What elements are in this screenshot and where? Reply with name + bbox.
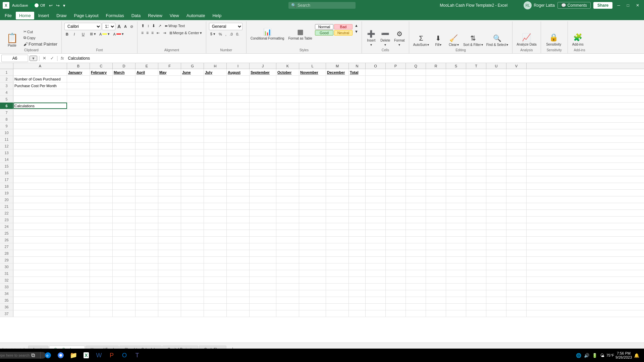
cell-g17[interactable] bbox=[181, 176, 204, 183]
col-header-k[interactable]: K bbox=[276, 63, 299, 69]
cell-v17[interactable] bbox=[506, 176, 527, 183]
cell-l32[interactable] bbox=[299, 277, 326, 283]
cell-g8[interactable] bbox=[181, 116, 204, 122]
cell-n1[interactable]: Total bbox=[349, 69, 366, 75]
cell-j19[interactable] bbox=[250, 190, 276, 196]
cell-p28[interactable] bbox=[386, 250, 406, 256]
cell-d24[interactable] bbox=[113, 223, 136, 230]
col-header-j[interactable]: J bbox=[250, 63, 276, 69]
cell-d7[interactable] bbox=[113, 109, 136, 116]
menu-insert[interactable]: Insert bbox=[35, 12, 53, 19]
cell-p10[interactable] bbox=[386, 129, 406, 136]
cell-s34[interactable] bbox=[446, 290, 466, 297]
cell-s13[interactable] bbox=[446, 149, 466, 156]
row-num-26[interactable]: 26 bbox=[0, 237, 13, 243]
cell-b12[interactable] bbox=[67, 143, 90, 149]
cell-s9[interactable] bbox=[446, 123, 466, 129]
cell-o24[interactable] bbox=[366, 223, 386, 230]
col-header-f[interactable]: F bbox=[158, 63, 181, 69]
cell-q26[interactable] bbox=[406, 237, 426, 243]
cell-l12[interactable] bbox=[299, 143, 326, 149]
cell-l16[interactable] bbox=[299, 170, 326, 176]
cell-h12[interactable] bbox=[204, 143, 227, 149]
cell-t33[interactable] bbox=[466, 284, 486, 290]
cell-q6[interactable] bbox=[406, 103, 426, 109]
cell-j25[interactable] bbox=[250, 230, 276, 236]
cell-h18[interactable] bbox=[204, 183, 227, 189]
cell-i32[interactable] bbox=[227, 277, 250, 283]
cell-d6[interactable] bbox=[113, 103, 136, 109]
cell-s8[interactable] bbox=[446, 116, 466, 122]
cell-r6[interactable] bbox=[426, 103, 446, 109]
cell-r12[interactable] bbox=[426, 143, 446, 149]
cell-e29[interactable] bbox=[136, 257, 158, 263]
cell-a8[interactable] bbox=[13, 116, 67, 122]
cell-a32[interactable] bbox=[13, 277, 67, 283]
cell-a11[interactable] bbox=[13, 136, 67, 142]
cell-f21[interactable] bbox=[158, 203, 181, 209]
cell-d3[interactable] bbox=[113, 82, 136, 89]
row-num-1[interactable]: 1 bbox=[0, 69, 13, 75]
autosave-toggle-switch[interactable] bbox=[30, 3, 39, 8]
cell-f9[interactable] bbox=[158, 123, 181, 129]
cell-u10[interactable] bbox=[486, 129, 506, 136]
cell-p7[interactable] bbox=[386, 109, 406, 116]
cell-e37[interactable] bbox=[136, 310, 158, 317]
cell-g16[interactable] bbox=[181, 170, 204, 176]
cell-p36[interactable] bbox=[386, 304, 406, 310]
cell-a36[interactable] bbox=[13, 304, 67, 310]
cell-u2[interactable] bbox=[486, 76, 506, 82]
cell-n37[interactable] bbox=[349, 310, 366, 317]
cell-s17[interactable] bbox=[446, 176, 466, 183]
cell-t10[interactable] bbox=[466, 129, 486, 136]
cell-u11[interactable] bbox=[486, 136, 506, 142]
cell-h5[interactable] bbox=[204, 96, 227, 102]
cell-u27[interactable] bbox=[486, 243, 506, 250]
cell-b6[interactable] bbox=[67, 103, 90, 109]
cell-r19[interactable] bbox=[426, 190, 446, 196]
cell-d23[interactable] bbox=[113, 217, 136, 223]
decrease-font-size-button[interactable]: A bbox=[123, 24, 128, 29]
cell-c15[interactable] bbox=[90, 163, 113, 169]
cell-l9[interactable] bbox=[299, 123, 326, 129]
row-num-8[interactable]: 8 bbox=[0, 116, 13, 122]
cell-v29[interactable] bbox=[506, 257, 527, 263]
cell-b37[interactable] bbox=[67, 310, 90, 317]
cell-h15[interactable] bbox=[204, 163, 227, 169]
cell-s10[interactable] bbox=[446, 129, 466, 136]
align-right-button[interactable]: ≡ bbox=[150, 30, 155, 36]
cell-a16[interactable] bbox=[13, 170, 67, 176]
cell-v2[interactable] bbox=[506, 76, 527, 82]
cell-i31[interactable] bbox=[227, 270, 250, 277]
cell-p33[interactable] bbox=[386, 284, 406, 290]
cell-v11[interactable] bbox=[506, 136, 527, 142]
cell-v27[interactable] bbox=[506, 243, 527, 250]
cell-k26[interactable] bbox=[276, 237, 299, 243]
cell-l33[interactable] bbox=[299, 284, 326, 290]
increase-decimal-button[interactable]: .0 bbox=[228, 32, 234, 37]
font-name-select[interactable]: Calibri bbox=[64, 23, 101, 30]
cell-i26[interactable] bbox=[227, 237, 250, 243]
cell-u18[interactable] bbox=[486, 183, 506, 189]
cell-j15[interactable] bbox=[250, 163, 276, 169]
cell-c12[interactable] bbox=[90, 143, 113, 149]
cell-m16[interactable] bbox=[326, 170, 349, 176]
cell-n8[interactable] bbox=[349, 116, 366, 122]
cell-e24[interactable] bbox=[136, 223, 158, 230]
borders-button[interactable]: ⊞ ▾ bbox=[89, 31, 97, 37]
cell-b4[interactable] bbox=[67, 89, 90, 96]
cell-f23[interactable] bbox=[158, 217, 181, 223]
cell-l13[interactable] bbox=[299, 149, 326, 156]
cell-v8[interactable] bbox=[506, 116, 527, 122]
cell-m33[interactable] bbox=[326, 284, 349, 290]
cell-r20[interactable] bbox=[426, 196, 446, 203]
cell-n15[interactable] bbox=[349, 163, 366, 169]
excel-taskbar-icon[interactable]: X bbox=[80, 349, 92, 361]
cell-t3[interactable] bbox=[466, 82, 486, 89]
cell-k36[interactable] bbox=[276, 304, 299, 310]
cell-v26[interactable] bbox=[506, 237, 527, 243]
cell-u28[interactable] bbox=[486, 250, 506, 256]
row-num-29[interactable]: 29 bbox=[0, 257, 13, 263]
cell-u13[interactable] bbox=[486, 149, 506, 156]
cell-f31[interactable] bbox=[158, 270, 181, 277]
